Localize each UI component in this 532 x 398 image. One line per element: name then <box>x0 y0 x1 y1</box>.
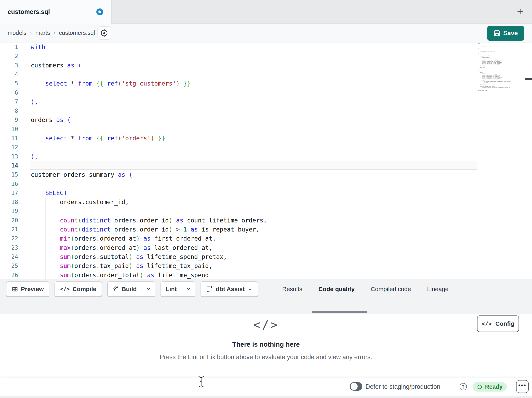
build-split-button: Build <box>107 281 155 297</box>
empty-state-subtitle: Press the Lint or Fix button above to ev… <box>160 353 372 361</box>
code-line: SELECT <box>31 189 67 198</box>
tab-lineage[interactable]: Lineage <box>427 286 449 293</box>
chevron-down-icon <box>247 287 253 292</box>
build-label: Build <box>122 286 137 293</box>
breadcrumb-separator: › <box>54 30 56 36</box>
code-brackets-icon: </> <box>253 318 279 332</box>
help-icon[interactable]: ? <box>460 383 467 390</box>
line-number: 18 <box>0 197 18 207</box>
line-number: 22 <box>0 234 18 243</box>
toggle-knob <box>351 383 358 390</box>
code-brackets-icon: </> <box>481 320 492 327</box>
tab-title: customers.sql <box>8 0 50 24</box>
wrench-icon <box>112 286 119 292</box>
line-number: 2 <box>0 52 18 61</box>
build-dropdown-button[interactable] <box>142 282 155 296</box>
tab-strip-divider <box>508 0 508 23</box>
save-label: Save <box>503 30 518 37</box>
lint-split-button: Lint <box>160 281 195 297</box>
tab-results[interactable]: Results <box>282 286 302 293</box>
defer-toggle[interactable] <box>350 382 362 391</box>
active-line-highlight <box>30 161 477 170</box>
config-label: Config <box>495 320 514 327</box>
lint-dropdown-button[interactable] <box>182 282 195 296</box>
ready-label: Ready <box>485 384 502 390</box>
line-number: 14 <box>0 161 18 170</box>
code-line: sum(orders.tax_paid) as lifetime_tax_pai… <box>31 261 212 271</box>
line-number: 6 <box>0 88 18 98</box>
code-line: sum(orders.subtotal) as lifetime_spend_p… <box>31 252 227 261</box>
status-bar <box>0 378 532 396</box>
compile-label: Compile <box>72 286 96 293</box>
save-button[interactable]: Save <box>487 26 524 41</box>
breadcrumb-file[interactable]: customers.sql <box>59 30 95 36</box>
compass-icon <box>100 29 108 37</box>
line-number: 12 <box>0 143 18 152</box>
unsaved-changes-dot-icon <box>96 8 103 15</box>
overview-ruler-marker <box>525 78 532 80</box>
line-number: 4 <box>0 70 18 79</box>
code-line: max(orders.ordered_at) as last_ordered_a… <box>31 243 212 252</box>
empty-state-title: There is nothing here <box>232 341 300 348</box>
ibeam-cursor-icon <box>198 376 205 388</box>
line-number: 3 <box>0 61 18 70</box>
line-number: 1 <box>0 42 18 52</box>
code-line: select * from {{ ref('orders') }} <box>31 134 165 143</box>
dbt-assist-button[interactable]: dbt Assist <box>201 281 258 297</box>
line-number: 23 <box>0 243 18 252</box>
table-icon <box>12 286 18 292</box>
line-number: 9 <box>0 115 18 125</box>
breadcrumb: models › marts › customers.sql <box>8 24 95 42</box>
code-line: sum(orders.order_total) as lifetime_spen… <box>31 271 209 280</box>
line-number: 8 <box>0 106 18 116</box>
line-number: 15 <box>0 170 18 179</box>
code-line: with <box>31 42 45 52</box>
code-line: ), <box>31 97 38 106</box>
breadcrumb-marts[interactable]: marts <box>35 30 50 36</box>
code-line: select * from {{ ref('stg_customers') }} <box>31 79 191 88</box>
line-number: 13 <box>0 152 18 161</box>
code-line: count(distinct orders.order_id) as count… <box>31 216 267 225</box>
line-number: 24 <box>0 252 18 261</box>
line-number: 11 <box>0 134 18 143</box>
defer-label: Defer to staging/production <box>366 378 440 396</box>
chevron-down-icon <box>146 287 151 292</box>
breadcrumb-models[interactable]: models <box>8 30 26 36</box>
minimap[interactable]: with customers as ( select * from {{ ref… <box>478 43 525 277</box>
assist-chat-icon <box>206 286 213 293</box>
bottom-strip <box>0 396 532 398</box>
tab-customers-sql[interactable]: customers.sql <box>0 0 112 24</box>
tab-compiled-code[interactable]: Compiled code <box>371 286 411 293</box>
save-icon <box>494 30 500 37</box>
tab-code-quality[interactable]: Code quality <box>318 286 355 293</box>
ready-circle-icon <box>477 384 482 390</box>
navigate-compass-button[interactable] <box>97 26 111 40</box>
line-number: 10 <box>0 125 18 134</box>
line-number: 5 <box>0 79 18 88</box>
code-line: min(orders.ordered_at) as first_ordered_… <box>31 234 216 243</box>
new-tab-button[interactable]: + <box>514 5 526 18</box>
build-button[interactable]: Build <box>108 282 142 296</box>
config-button[interactable]: </> Config <box>477 315 519 332</box>
line-number: 17 <box>0 189 18 198</box>
code-brackets-icon: </> <box>60 286 70 292</box>
code-line: ), <box>31 152 38 161</box>
preview-button[interactable]: Preview <box>6 281 49 297</box>
panel-tabs: Results Code quality Compiled code Linea… <box>282 281 449 297</box>
breadcrumb-separator: › <box>30 30 32 36</box>
compile-button[interactable]: </> Compile <box>55 281 102 297</box>
status-badge: Ready <box>473 382 507 391</box>
line-number: 19 <box>0 207 18 216</box>
ellipsis-icon: ••• <box>518 384 526 386</box>
line-number: 16 <box>0 179 18 189</box>
more-options-button[interactable]: ••• <box>516 380 529 393</box>
assist-label: dbt Assist <box>216 286 245 293</box>
code-line: count(distinct orders.order_id) > 1 as i… <box>31 225 260 234</box>
active-tab-underline <box>312 311 367 313</box>
line-number: 21 <box>0 225 18 234</box>
lint-button[interactable]: Lint <box>161 282 182 296</box>
line-number: 26 <box>0 271 18 280</box>
chevron-down-icon <box>186 287 191 292</box>
minimap-code: with customers as ( select * from {{ ref… <box>478 43 525 91</box>
code-line: customers as ( <box>31 61 82 70</box>
